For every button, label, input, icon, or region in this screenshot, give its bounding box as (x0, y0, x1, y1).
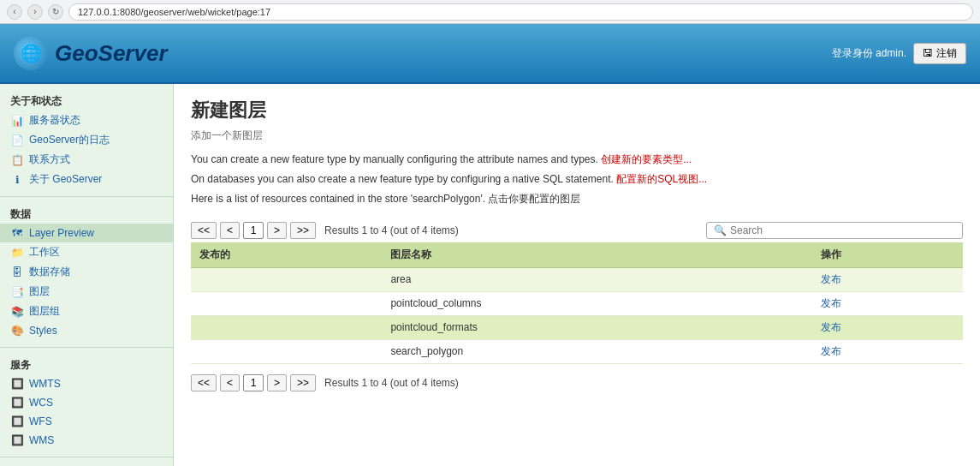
search-icon: 🔍 (714, 224, 727, 236)
search-box: 🔍 (706, 222, 963, 239)
first-page-btn-bottom[interactable]: << (191, 374, 217, 391)
sidebar-item-workspaces[interactable]: 📁 工作区 (0, 242, 173, 262)
url-text: 127.0.0.1:8080/geoserver/web/wicket/page… (78, 7, 270, 17)
col-header-action: 操作 (812, 242, 963, 268)
sidebar-section-about-title: 关于和状态 (0, 91, 173, 111)
cell-layer-name: search_polygon (382, 339, 812, 363)
cell-layer-name: area (382, 267, 812, 291)
cell-published (191, 315, 382, 339)
publish-link[interactable]: 发布 (821, 273, 841, 285)
gs-logo-text: GeoServer (55, 40, 168, 67)
sidebar-item-layers-label: 图层 (29, 284, 50, 299)
gs-logo-symbol: 🌐 (21, 43, 42, 63)
current-page-top: 1 (243, 222, 264, 239)
sidebar-item-wms-label: WMS (29, 434, 54, 446)
sidebar-section-data-title: 数据 (0, 204, 173, 224)
sidebar-item-wcs[interactable]: 🔲 WCS (0, 393, 173, 412)
forward-btn[interactable]: › (27, 4, 43, 20)
last-page-btn-top[interactable]: >> (290, 222, 316, 239)
prev-page-btn-bottom[interactable]: < (220, 374, 240, 391)
sidebar-item-styles-label: Styles (29, 325, 57, 337)
search-input[interactable] (730, 224, 955, 236)
page-subtitle: 添加一个新图层 (191, 128, 963, 143)
page-title: 新建图层 (191, 98, 963, 123)
sidebar-section-about: 关于和状态 📊 服务器状态 📄 GeoServer的日志 📋 联系方式 ℹ 关于… (0, 84, 173, 197)
gs-logo: 🌐 GeoServer (14, 36, 168, 70)
cell-layer-name: pointcloud_columns (382, 291, 812, 315)
server-status-icon: 📊 (10, 114, 24, 128)
publish-link[interactable]: 发布 (821, 321, 841, 333)
results-info-top: Results 1 to 4 (out of 4 items) (324, 224, 703, 236)
create-feature-type-link[interactable]: 创建新的要素类型... (601, 153, 692, 165)
sidebar-item-contact-label: 联系方式 (29, 152, 70, 167)
sidebar-section-data: 数据 🗺 Layer Preview 📁 工作区 🗄 数据存储 📑 图层 📚 图… (0, 197, 173, 348)
configure-sql-view-link[interactable]: 配置新的SQL视图... (616, 173, 707, 185)
cell-action: 发布 (812, 267, 963, 291)
sidebar-item-wfs[interactable]: 🔲 WFS (0, 412, 173, 431)
sidebar-item-about[interactable]: ℹ 关于 GeoServer (0, 170, 173, 189)
sidebar-item-logs-label: GeoServer的日志 (29, 133, 110, 147)
data-table: 发布的 图层名称 操作 area发布pointcloud_columns发布po… (191, 242, 963, 364)
sidebar-item-about-label: 关于 GeoServer (29, 172, 102, 187)
sidebar-item-server-status[interactable]: 📊 服务器状态 (0, 111, 173, 130)
next-page-btn-top[interactable]: > (267, 222, 287, 239)
cell-published (191, 267, 382, 291)
table-controls-bottom: << < 1 > >> Results 1 to 4 (out of 4 ite… (191, 371, 963, 395)
cell-action: 发布 (812, 339, 963, 363)
publish-link[interactable]: 发布 (821, 345, 841, 357)
table-row: area发布 (191, 267, 963, 291)
about-icon: ℹ (10, 173, 24, 187)
current-page-bottom: 1 (243, 374, 264, 391)
wcs-icon: 🔲 (10, 396, 24, 409)
sidebar-item-datastores[interactable]: 🗄 数据存储 (0, 262, 173, 282)
logout-icon: 🖫 (923, 47, 933, 59)
sidebar-item-layergroups[interactable]: 📚 图层组 (0, 302, 173, 321)
info-line-3: Here is a list of resources contained in… (191, 191, 963, 207)
main-layout: 关于和状态 📊 服务器状态 📄 GeoServer的日志 📋 联系方式 ℹ 关于… (0, 84, 980, 466)
sidebar-item-wmts-label: WMTS (29, 378, 61, 390)
sidebar-item-layer-preview[interactable]: 🗺 Layer Preview (0, 224, 173, 242)
back-btn[interactable]: ‹ (7, 4, 22, 20)
logout-button[interactable]: 🖫 注销 (913, 43, 966, 64)
sidebar-item-wmts[interactable]: 🔲 WMTS (0, 374, 173, 393)
last-page-btn-bottom[interactable]: >> (290, 374, 316, 391)
logs-icon: 📄 (10, 134, 24, 147)
wfs-icon: 🔲 (10, 415, 24, 428)
sidebar-item-layergroups-label: 图层组 (29, 304, 60, 319)
info-line-2: On databases you can also create a new f… (191, 171, 963, 188)
table-controls-top: << < 1 > >> Results 1 to 4 (out of 4 ite… (191, 218, 963, 242)
sidebar-item-wms[interactable]: 🔲 WMS (0, 431, 173, 450)
user-label: 登录身份 admin. (832, 46, 906, 61)
first-page-btn-top[interactable]: << (191, 222, 217, 239)
table-row: search_polygon发布 (191, 339, 963, 363)
col-header-name: 图层名称 (382, 242, 812, 268)
sidebar-item-logs[interactable]: 📄 GeoServer的日志 (0, 130, 173, 150)
contact-icon: 📋 (10, 153, 24, 167)
reload-btn[interactable]: ↻ (48, 4, 63, 20)
gs-header-right: 登录身份 admin. 🖫 注销 (832, 43, 966, 64)
sidebar-section-settings: 设置 🌐 全球 ⚙ JAI (0, 457, 173, 466)
next-page-btn-bottom[interactable]: > (267, 374, 287, 391)
cell-action: 发布 (812, 291, 963, 315)
prev-page-btn-top[interactable]: < (220, 222, 240, 239)
gs-header: 🌐 GeoServer 登录身份 admin. 🖫 注销 (0, 24, 980, 84)
wmts-icon: 🔲 (10, 377, 24, 391)
table-row: pointcloud_formats发布 (191, 315, 963, 339)
sidebar-item-styles[interactable]: 🎨 Styles (0, 321, 173, 340)
browser-bar: ‹ › ↻ 127.0.0.1:8080/geoserver/web/wicke… (0, 0, 980, 24)
sidebar-item-contact[interactable]: 📋 联系方式 (0, 150, 173, 170)
cell-layer-name: pointcloud_formats (382, 315, 812, 339)
workspaces-icon: 📁 (10, 246, 24, 260)
sidebar: 关于和状态 📊 服务器状态 📄 GeoServer的日志 📋 联系方式 ℹ 关于… (0, 84, 174, 466)
col-header-published: 发布的 (191, 242, 382, 268)
info-line-1: You can create a new feature type by man… (191, 152, 963, 168)
publish-link[interactable]: 发布 (821, 297, 841, 309)
logout-label: 注销 (936, 46, 957, 61)
results-info-bottom: Results 1 to 4 (out of 4 items) (324, 377, 963, 389)
sidebar-item-layers[interactable]: 📑 图层 (0, 282, 173, 302)
content-area: 新建图层 添加一个新图层 You can create a new featur… (174, 84, 980, 466)
layers-icon: 📑 (10, 285, 24, 299)
gs-logo-icon: 🌐 (14, 36, 48, 70)
url-bar[interactable]: 127.0.0.1:8080/geoserver/web/wicket/page… (68, 3, 973, 21)
cell-action: 发布 (812, 315, 963, 339)
